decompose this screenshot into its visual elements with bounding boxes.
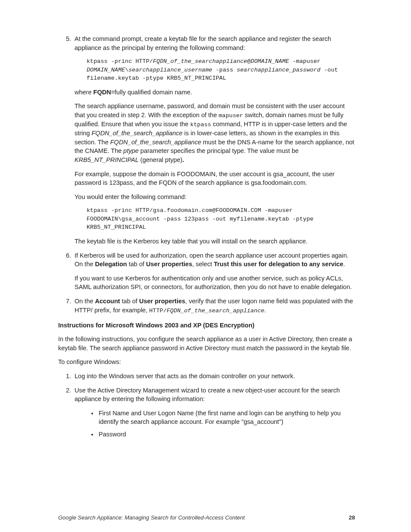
step5-example-intro: For example, suppose the domain is FOODO… xyxy=(75,170,355,187)
bullet-2: Password xyxy=(98,430,355,439)
step7-p: On the Account tab of User properties, v… xyxy=(75,297,355,315)
step5-code2: ktpass -princ HTTP/gsa.foodomain.com@FOO… xyxy=(87,206,355,232)
section2-p2: To configure Windows: xyxy=(58,358,355,367)
page-number: 28 xyxy=(349,514,355,522)
step5-you-would: You would enter the following command: xyxy=(75,193,355,202)
step5-intro: At the command prompt, create a keytab f… xyxy=(75,34,355,52)
page: At the command prompt, create a keytab f… xyxy=(0,0,411,532)
step5-explain: The search appliance username, password,… xyxy=(75,102,355,164)
step5-code1: ktpass -princ HTTP/FQDN_of_the_searchapp… xyxy=(87,57,355,83)
page-footer: Google Search Appliance: Managing Search… xyxy=(58,514,355,522)
step6-p1: If Kerberos will be used for authorizati… xyxy=(75,251,355,269)
list2-item-2: Use the Active Directory Management wiza… xyxy=(73,386,355,439)
step5-keytab-note: The keytab file is the Kerberos key tabl… xyxy=(75,237,355,246)
bullet-list: First Name and User Logon Name (the firs… xyxy=(75,409,355,439)
list2-item-1: Log into the Windows server that acts as… xyxy=(73,372,355,381)
list-item-5: At the command prompt, create a keytab f… xyxy=(73,34,355,246)
step6-p2: If you want to use Kerberos for authenti… xyxy=(75,274,355,292)
bullet-1: First Name and User Logon Name (the firs… xyxy=(98,409,355,426)
numbered-list-2: Log into the Windows server that acts as… xyxy=(58,372,355,439)
step5-where: where FQDN=fully qualified domain name. xyxy=(75,88,355,97)
footer-title: Google Search Appliance: Managing Search… xyxy=(58,514,245,522)
numbered-list: At the command prompt, create a keytab f… xyxy=(58,34,355,315)
section-heading: Instructions for Microsoft Windows 2003 … xyxy=(58,321,355,330)
list-item-7: On the Account tab of User properties, v… xyxy=(73,297,355,315)
section2-p1: In the following instructions, you confi… xyxy=(58,335,355,352)
list-item-6: If Kerberos will be used for authorizati… xyxy=(73,251,355,292)
